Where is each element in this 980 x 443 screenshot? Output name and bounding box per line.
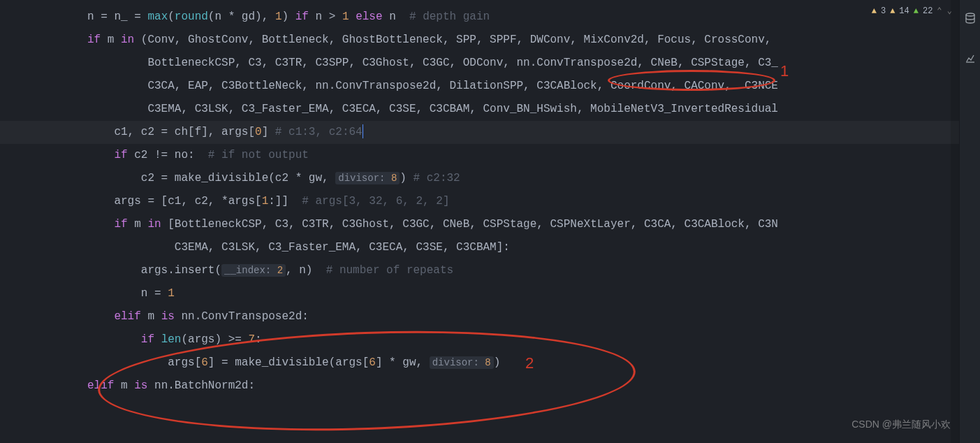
code-line: n = 1 (0, 282, 980, 305)
code-line: if m in (Conv, GhostConv, Bottleneck, Gh… (0, 29, 980, 52)
inspection-status[interactable]: ▲3 ▲14 ▲22 ⌃ ⌄ (872, 0, 952, 23)
collapse-icon[interactable]: ⌃ ⌄ (937, 0, 952, 23)
watermark: CSDN @弗兰随风小欢 (851, 413, 951, 436)
code-line: C3EMA, C3LSK, C3_Faster_EMA, C3ECA, C3SE… (0, 98, 980, 121)
code-line: args[6] = make_divisible(args[6] * gw, d… (0, 351, 980, 375)
text-caret (363, 124, 363, 138)
database-icon[interactable] (965, 10, 976, 33)
svg-point-0 (966, 13, 974, 16)
weak-warning-count: 22 (923, 0, 933, 23)
warning-count: 3 (881, 0, 886, 23)
inlay-hint: __index: 2 (221, 264, 286, 277)
code-line: if c2 != no: # if not output (0, 144, 980, 167)
code-line: C3CA, EAP, C3BottleNeck, nn.ConvTranspos… (0, 75, 980, 98)
code-editor[interactable]: n = n_ = max(round(n * gd), 1) if n > 1 … (0, 0, 980, 398)
code-line: C3EMA, C3LSK, C3_Faster_EMA, C3ECA, C3SE… (0, 236, 980, 259)
inlay-hint: divisor: 8 (335, 172, 400, 184)
code-line: args.insert(__index: 2, n) # number of r… (0, 259, 980, 282)
code-line: c2 = make_divisible(c2 * gw, divisor: 8)… (0, 167, 980, 190)
warning-count: 14 (899, 0, 909, 23)
code-line: n = n_ = max(round(n * gd), 1) if n > 1 … (0, 6, 980, 29)
code-line-current: c1, c2 = ch[f], args[0] # c1:3, c2:64 (0, 121, 980, 144)
code-line: args = [c1, c2, *args[1:]] # args[3, 32,… (0, 190, 980, 213)
weak-warning-icon: ▲ (914, 0, 919, 23)
code-line: if len(args) >= 7: (0, 328, 980, 351)
code-line: elif m is nn.BatchNorm2d: (0, 375, 980, 398)
inlay-hint: divisor: 8 (430, 356, 494, 369)
code-line: elif m is nn.ConvTranspose2d: (0, 305, 980, 328)
vertical-scrollbar[interactable] (951, 0, 959, 443)
code-line: if m in [BottleneckCSP, C3, C3TR, C3Ghos… (0, 213, 980, 236)
code-line: BottleneckCSP, C3, C3TR, C3SPP, C3Ghost,… (0, 52, 980, 75)
chart-icon[interactable] (965, 50, 976, 73)
warning-icon: ▲ (872, 0, 877, 23)
tool-sidebar (959, 0, 980, 443)
warning-icon: ▲ (890, 0, 895, 23)
